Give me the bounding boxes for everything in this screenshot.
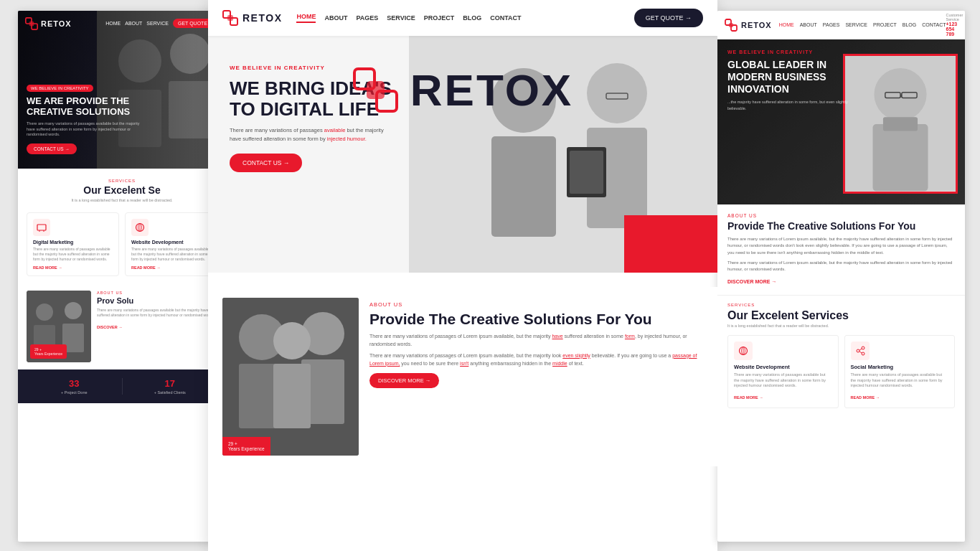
pl-nav-home[interactable]: HOME [105,21,121,26]
pc-discover-button[interactable]: DISCOVER MORE → [369,373,439,388]
pr-nav-service[interactable]: SERVICE [845,22,867,27]
pc-years-label: Years Experience [228,446,265,451]
pl-navbar: RETOX HOME ABOUT SERVICE GET QUOTE → [18,11,226,36]
pr-service-card-2-desc: There are many variations of passages av… [851,372,949,389]
svg-rect-47 [729,23,733,27]
svg-point-43 [273,322,311,359]
pc-nav-home[interactable]: HOME [296,13,316,23]
pl-service-card-2-desc: There are many variations of passages av… [131,247,211,262]
pr-services-section: SERVICES Our Excelent Services It is a l… [717,295,965,415]
pl-hero-title: WE ARE PROVIDE THE CREATIVE SOLUTIONS [27,95,134,118]
pl-about-label: ABOUT US [97,291,217,295]
pl-stat-1: 33 + Project Done [27,378,123,395]
pl-nav-service[interactable]: SERVICE [146,21,169,26]
pr-hero-content: WE BELIEVE IN CREATIVITY GLOBAL LEADER I… [717,39,965,121]
pc-nav-links: HOME ABOUT PAGES SERVICE PROJECT BLOG CO… [296,13,521,23]
pc-logo-icon [222,10,238,26]
pc-nav-pages[interactable]: PAGES [356,14,378,22]
pr-service-card-1-desc: There are many variations of passages av… [734,372,832,389]
pl-web-dev-icon [131,219,149,236]
svg-rect-32 [491,136,556,237]
pr-read-more-2[interactable]: READ MORE → [851,395,880,400]
panel-center: R RETOX HOME ABOUT PAGES SERVICE PROJECT… [208,0,717,551]
pr-service-card-1: Website Development There are many varia… [727,335,839,408]
svg-point-19 [65,299,85,319]
pr-navbar: RETOX HOME ABOUT PAGES SERVICE PROJECT B… [717,11,965,39]
pl-hero-badge: WE BELIEVE IN CREATIVITY [27,85,93,92]
pr-service-card-2: Social Marketing There are many variatio… [844,335,956,408]
panel-left: RETOX HOME ABOUT SERVICE GET QUOTE → [18,11,226,542]
pl-about-content: ABOUT US Prov Solu There are many variat… [97,291,217,362]
pl-years-badge: 29 + Years Experience [30,344,67,359]
pr-nav-pages[interactable]: PAGES [823,22,840,27]
pr-service-card-1-title: Website Development [734,364,832,370]
pc-logo: RETOX [222,10,282,26]
pc-nav-about[interactable]: ABOUT [324,14,347,22]
pc-nav-service[interactable]: SERVICE [387,14,415,22]
svg-point-59 [857,349,859,352]
pl-nav-about[interactable]: ABOUT [125,21,142,26]
pl-stat-1-label: + Project Done [30,390,118,395]
pl-read-more-2[interactable]: READ MORE → [131,265,211,270]
pr-services-sub: It is a long established fact that a rea… [727,324,955,328]
pr-about-desc2: There are many variations of Lorem ipsum… [727,260,955,273]
pc-about-photo: 29 + Years Experience [222,298,359,456]
pl-read-more-1[interactable]: READ MORE → [33,265,113,270]
svg-line-63 [859,352,862,353]
pr-hero-desc: ...the majority have suffered alteration… [727,99,849,111]
svg-rect-10 [37,225,46,230]
pl-stat-2-num: 17 [126,378,215,389]
pr-customer-service-label: Customer Service +123 654 789 [946,13,963,37]
pr-read-more-1[interactable]: READ MORE → [734,395,763,400]
pc-about-text: ABOUT US Provide The Creative Solutions … [369,298,703,456]
pl-years-label: Years Experience [34,352,62,356]
pl-service-card-1-title: Digital Marketing [33,240,113,245]
svg-rect-44 [273,364,311,428]
pc-get-quote-button[interactable]: GET QUOTE → [634,9,703,27]
collage-container: RETOX HOME ABOUT SERVICE GET QUOTE → [0,0,980,551]
pc-about-desc1: There are many variations of passages of… [369,332,703,348]
pc-nav-blog[interactable]: BLOG [463,14,481,22]
pr-logo-icon [725,19,738,32]
pr-about-section: ABOUT US Provide The Creative Solutions … [717,204,965,295]
pr-nav-project[interactable]: PROJECT [873,22,897,27]
svg-rect-54 [873,124,928,191]
pc-about-label: ABOUT US [369,301,703,308]
svg-point-31 [491,68,556,133]
pc-nav-contact[interactable]: CONTACT [490,14,521,22]
pc-hero-desc: There are many variations of passages av… [230,126,395,143]
pl-about-title: Prov Solu [97,296,217,306]
pr-nav-about[interactable]: ABOUT [800,22,817,27]
pr-discover-button[interactable]: DISCOVER MORE → [727,279,776,284]
pl-services-sub: It is a long established fact that a rea… [27,198,217,204]
pr-about-label: ABOUT US [727,213,955,218]
svg-rect-25 [227,15,233,21]
pl-service-card-2: Website Development There are many varia… [125,212,217,276]
panel-right: RETOX HOME ABOUT PAGES SERVICE PROJECT B… [717,11,965,542]
pr-nav-contact[interactable]: CONTACT [922,22,946,27]
svg-point-61 [862,352,864,355]
pr-services-label: SERVICES [727,303,955,307]
pl-hero-content: WE BELIEVE IN CREATIVITY WE ARE PROVIDE … [27,80,141,154]
pc-hero-right [409,36,717,273]
pr-nav-blog[interactable]: BLOG [903,22,916,27]
svg-rect-20 [65,324,85,359]
pr-web-dev-icon [734,342,753,360]
svg-point-17 [32,301,52,321]
pc-contact-us-button[interactable]: CONTACT US → [230,154,302,172]
pl-service-card-1: Digital Marketing There are many variati… [27,212,119,276]
pl-contact-us-button[interactable]: CONTACT US → [27,143,77,154]
pr-nav-home[interactable]: HOME [779,22,794,27]
pr-about-title: Provide The Creative Solutions For You [727,220,955,232]
pr-hero-title: GLOBAL LEADER IN MODERN BUSINESS INNOVAT… [727,59,849,95]
pr-logo-text: RETOX [741,21,772,29]
pl-stats-section: 33 + Project Done 17 + Satisfied Clients [18,369,226,403]
pl-discover-link[interactable]: DISCOVER → [97,325,123,329]
pl-service-card-1-desc: There are many variations of passages av… [33,247,113,262]
pl-logo: RETOX [25,17,72,30]
svg-point-21 [50,305,67,322]
pl-services-label: SERVICES [27,179,217,183]
pc-about-title: Provide The Creative Solutions For You [369,311,703,328]
pc-nav-project[interactable]: PROJECT [424,14,455,22]
pr-service-card-2-title: Social Marketing [851,364,949,370]
